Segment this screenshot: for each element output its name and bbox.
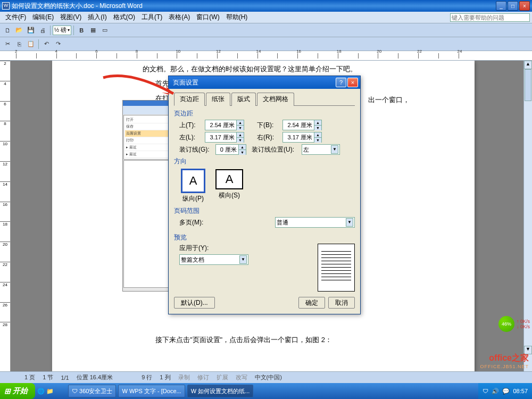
multipage-combo[interactable]: 普通▼ xyxy=(275,217,355,228)
paste-icon[interactable]: 📋 xyxy=(26,39,36,49)
menu-format[interactable]: 格式(O) xyxy=(110,12,138,23)
preview-thumbnail xyxy=(318,244,355,292)
menu-edit[interactable]: 编辑(E) xyxy=(29,12,57,23)
dialog-title: 页面设置 xyxy=(171,78,335,87)
window-title: 如何设置文档的纸张大小.doc - Microsoft Word xyxy=(12,2,496,11)
tray-icon[interactable]: 🛡 xyxy=(483,388,488,394)
close-button[interactable]: × xyxy=(519,1,530,11)
undo-icon[interactable]: ↶ xyxy=(41,39,52,49)
menu-file[interactable]: 文件(F) xyxy=(2,12,29,23)
menu-bar: 文件(F) 编辑(E) 视图(V) 插入(I) 格式(O) 工具(T) 表格(A… xyxy=(0,12,532,23)
status-language[interactable]: 中文(中国) xyxy=(255,373,282,381)
print-icon[interactable]: 🖨 xyxy=(37,25,48,36)
margin-left-label: 左(L): xyxy=(179,133,203,142)
default-button[interactable]: 默认(D)... xyxy=(174,297,215,309)
margin-right-label: 右(R): xyxy=(257,133,280,142)
dialog-tabs: 页边距 纸张 版式 文档网格 xyxy=(174,92,355,106)
margin-left-input[interactable]: ▲▼ xyxy=(205,132,244,143)
scroll-thumb[interactable] xyxy=(525,69,531,101)
new-doc-icon[interactable]: 🗋 xyxy=(2,25,13,36)
doc-text: 接下来点击"页面设置"，点击后会弹出一个窗口，如图 2： xyxy=(155,334,443,346)
margin-top-input[interactable]: ▲▼ xyxy=(205,120,244,130)
group-preview-label: 预览 xyxy=(174,233,355,242)
dialog-close-button[interactable]: × xyxy=(347,78,358,87)
margin-right-input[interactable]: ▲▼ xyxy=(282,132,322,143)
gutter-input[interactable]: ▲▼ xyxy=(215,144,246,155)
ok-button[interactable]: 确定 xyxy=(298,297,325,309)
taskbar: ⊞开始 🌐 📁 🛡 360安全卫士 W WPS 文字 - [Doce... W … xyxy=(0,383,532,399)
menu-view[interactable]: 视图(V) xyxy=(57,12,85,23)
quicklaunch-icon[interactable]: 🌐 xyxy=(37,388,45,395)
table-icon[interactable]: ▦ xyxy=(88,25,98,36)
dialog-help-button[interactable]: ? xyxy=(336,78,346,87)
watermark: office之家 OFFICE.JB51.NET xyxy=(480,353,529,369)
maximize-button[interactable]: □ xyxy=(508,1,518,11)
status-section: 1 节 xyxy=(43,373,53,381)
orient-portrait[interactable]: A 纵向(P) xyxy=(181,169,205,203)
tab-grid[interactable]: 文档网格 xyxy=(257,93,294,106)
status-rev[interactable]: 修订 xyxy=(197,373,209,381)
taskbar-item-active[interactable]: W 如何设置文档的纸... xyxy=(187,385,254,397)
quicklaunch-icon[interactable]: 📁 xyxy=(46,388,54,395)
open-icon[interactable]: 📂 xyxy=(14,25,24,36)
network-percent-badge: 46% xyxy=(498,316,514,332)
horizontal-ruler[interactable]: 24 68 1012 1416 1820 2224 xyxy=(0,51,532,61)
status-line: 9 行 xyxy=(142,373,152,381)
redo-icon[interactable]: ↷ xyxy=(53,39,63,49)
title-bar: W 如何设置文档的纸张大小.doc - Microsoft Word _ □ × xyxy=(0,0,532,12)
menu-window[interactable]: 窗口(W) xyxy=(193,12,222,23)
group-orient-label: 方向 xyxy=(174,157,355,166)
status-ext[interactable]: 扩展 xyxy=(217,373,228,381)
menu-help[interactable]: 帮助(H) xyxy=(223,12,251,23)
page-setup-dialog: 页面设置 ? × 页边距 纸张 版式 文档网格 页边距 上(T): ▲▼ 下(B… xyxy=(168,76,361,314)
status-bar: 1 页 1 节 1/1 位置 16.4厘米 9 行 1 列 录制 修订 扩展 改… xyxy=(0,371,532,383)
formatting-toolbar: ✂ ⎘ 📋 ↶ ↷ xyxy=(0,37,532,51)
menu-insert[interactable]: 插入(I) xyxy=(85,12,110,23)
status-position: 位置 16.4厘米 xyxy=(77,373,113,381)
save-icon[interactable]: 💾 xyxy=(26,25,36,36)
tray-icon[interactable]: 🔊 xyxy=(492,388,499,395)
tab-margins[interactable]: 页边距 xyxy=(174,93,205,106)
cut-icon[interactable]: ✂ xyxy=(2,39,13,49)
multipage-label: 多页(M): xyxy=(179,218,213,227)
minimize-button[interactable]: _ xyxy=(496,1,506,11)
taskbar-item[interactable]: 🛡 360安全卫士 xyxy=(68,385,116,397)
tray-clock[interactable]: 08:57 xyxy=(513,388,528,394)
dialog-title-bar[interactable]: 页面设置 ? × xyxy=(169,76,360,89)
bold-icon[interactable]: B xyxy=(76,25,87,36)
tray-icon[interactable]: 💬 xyxy=(502,388,510,395)
margin-bottom-label: 下(B): xyxy=(257,121,280,130)
line-weight-dropdown[interactable]: ½ 磅▾ xyxy=(53,26,71,35)
cancel-button[interactable]: 取消 xyxy=(328,297,355,309)
group-pages-label: 页码范围 xyxy=(174,206,355,215)
tab-paper[interactable]: 纸张 xyxy=(206,93,230,106)
network-monitor-widget[interactable]: 46% ↑ 0K/s ↓ 0K/s xyxy=(498,316,530,332)
apply-to-label: 应用于(Y): xyxy=(179,244,248,253)
copy-icon[interactable]: ⎘ xyxy=(14,39,24,49)
orient-landscape[interactable]: A 横向(S) xyxy=(215,169,243,203)
tab-layout[interactable]: 版式 xyxy=(231,93,256,106)
taskbar-item[interactable]: W WPS 文字 - [Doce... xyxy=(118,385,185,397)
status-column: 1 列 xyxy=(160,373,170,381)
menu-tools[interactable]: 工具(T) xyxy=(138,12,165,23)
scroll-up-icon[interactable]: ▲ xyxy=(524,61,532,69)
help-search-input[interactable] xyxy=(450,13,530,22)
menu-table[interactable]: 表格(A) xyxy=(165,12,193,23)
doc-text: 出一个窗口， xyxy=(368,94,443,106)
doc-text: 的文档。那么，在做文档的时候该如何设置呢？这里简单介绍一下吧。 xyxy=(143,63,443,75)
standard-toolbar: 🗋 📂 💾 🖨 ½ 磅▾ B ▦ ▭ xyxy=(0,23,532,37)
status-pages: 1/1 xyxy=(61,375,69,381)
system-tray[interactable]: 🛡 🔊 💬 08:57 xyxy=(478,383,532,399)
embedded-screenshot: 打开保存页面设置打印▸ 最近▸ 最近 xyxy=(122,100,173,292)
margin-bottom-input[interactable]: ▲▼ xyxy=(282,120,322,130)
gutter-pos-combo[interactable]: 左▼ xyxy=(302,144,340,155)
status-rec[interactable]: 录制 xyxy=(178,373,190,381)
apply-to-combo[interactable]: 整篇文档▼ xyxy=(179,254,248,265)
gutter-label: 装订线(G): xyxy=(179,145,213,154)
border-icon[interactable]: ▭ xyxy=(99,25,110,36)
gutter-pos-label: 装订线位置(U): xyxy=(252,145,300,154)
vertical-ruler[interactable]: 2468 10121416 18202224 2628 xyxy=(0,61,11,371)
margin-top-label: 上(T): xyxy=(179,121,203,130)
status-ovr[interactable]: 改写 xyxy=(236,373,247,381)
start-button[interactable]: ⊞开始 xyxy=(0,383,35,399)
